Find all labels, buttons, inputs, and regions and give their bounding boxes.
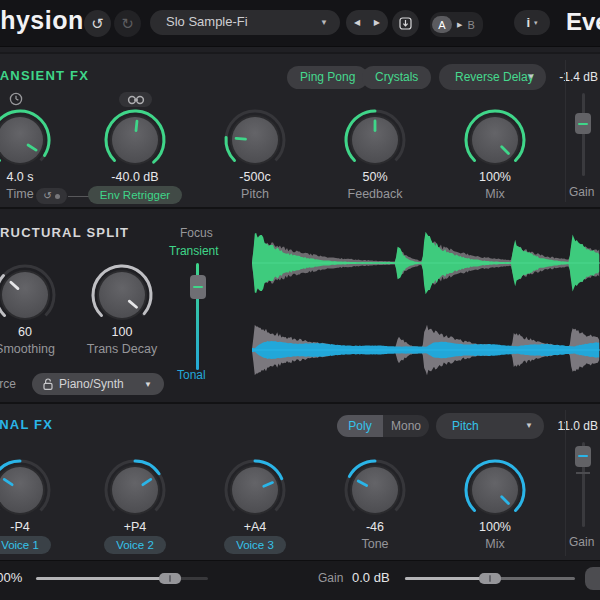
tonal-knob-voice-3[interactable]: +A4Voice 3 (195, 456, 315, 554)
title-bar: Physion ↺ ↻ Slo Sample-Fi ▼ ◀ ▶ A ▶ B (0, 0, 600, 47)
knob-dial (101, 456, 169, 524)
structural-knob-trans-decay[interactable]: 100Trans Decay (62, 261, 182, 356)
knob-label: Pitch (241, 187, 269, 201)
transient-gain-slider-track[interactable] (582, 93, 585, 176)
knob-dial (101, 106, 169, 174)
knob-label: Mix (485, 187, 504, 201)
tonal-knob-mix[interactable]: 100%Mix (435, 456, 555, 551)
transient-knob-time[interactable]: 4.0 sTime (0, 106, 80, 201)
tonal-badge-voice-1[interactable]: Voice 1 (0, 536, 51, 554)
transient-knob-mix[interactable]: 100%Mix (435, 106, 555, 201)
knob-label: Trans Decay (87, 342, 157, 356)
transient-knob-feedback[interactable]: 50%Feedback (315, 106, 435, 201)
tonal-badge-voice-3[interactable]: Voice 3 (224, 536, 286, 554)
source-label: Source (0, 377, 16, 391)
crystals-button[interactable]: Crystals (362, 66, 431, 89)
knob-value: 60 (18, 325, 32, 339)
ab-copy-icon[interactable]: ▶ (457, 21, 462, 29)
global-mix-slider-handle[interactable] (159, 573, 181, 584)
ab-slot-a-button[interactable]: A (432, 16, 452, 33)
source-dropdown[interactable]: Piano/Synth ▼ (32, 373, 164, 395)
tonal-gain-slider-zero-tick (576, 472, 590, 474)
chevron-down-icon: ▼ (525, 413, 533, 439)
transient-fx-title: TRANSIENT FX (0, 68, 89, 83)
ab-compare: A ▶ B (430, 12, 483, 37)
knob-value: 100% (479, 520, 511, 534)
focus-label: Focus (180, 226, 213, 240)
knob-value: 4.0 s (6, 170, 33, 184)
knob-dial (88, 261, 156, 329)
eventide-logo: Eventide (566, 8, 600, 36)
redo-button[interactable]: ↻ (114, 10, 141, 37)
focus-tonal-label: Tonal (177, 368, 206, 382)
tonal-badge-voice-2[interactable]: Voice 2 (104, 536, 166, 554)
undo-button[interactable]: ↺ (84, 10, 111, 37)
mono-button[interactable]: Mono (383, 415, 429, 437)
tonal-effect-dropdown[interactable]: Pitch ▼ (436, 413, 544, 439)
global-gain-slider-handle[interactable] (479, 573, 501, 584)
save-preset-button[interactable] (392, 10, 419, 37)
knob-dial (221, 106, 289, 174)
preset-selector[interactable]: Slo Sample-Fi ▼ (150, 10, 340, 35)
knob-value: +P4 (124, 520, 147, 534)
transient-badge-env-threshold[interactable]: Env Retrigger (88, 186, 182, 204)
tonal-gain-divider (565, 410, 566, 556)
global-gain-value: 0.0 dB (352, 570, 390, 585)
transient-gain-label: Gain (569, 185, 594, 199)
chevron-down-icon: ▼ (144, 380, 152, 389)
physion-logo: Physion (0, 6, 84, 35)
knob-dial (461, 456, 529, 524)
knob-dial (0, 106, 54, 174)
tonal-knob-voice-2[interactable]: +P4Voice 2 (75, 456, 195, 554)
knob-dial (0, 261, 59, 329)
knob-label: Time (6, 187, 33, 201)
transient-gain-divider (565, 60, 566, 202)
poly-button[interactable]: Poly (337, 415, 383, 437)
ping-pong-button[interactable]: Ping Pong (287, 66, 368, 89)
tonal-effect-value: Pitch (452, 413, 479, 439)
tonal-gain-value: 11.0 dB (548, 419, 598, 433)
info-icon: i (526, 15, 530, 30)
undo-icon: ↺ (91, 15, 104, 33)
source-value: Piano/Synth (59, 377, 124, 391)
prev-preset-button[interactable]: ◀ (354, 18, 360, 27)
transient-effect-dropdown[interactable]: Reverse Delay ▼ (439, 64, 546, 90)
knob-value: +A4 (244, 520, 267, 534)
focus-handle-mark (193, 286, 203, 288)
knob-dial (221, 456, 289, 524)
knob-label: Feedback (348, 187, 403, 201)
knob-dial (461, 106, 529, 174)
knob-value: -46 (366, 520, 384, 534)
ab-slot-b-button[interactable]: B (467, 19, 474, 31)
knob-dial (341, 456, 409, 524)
knob-value: 100 (112, 325, 133, 339)
knob-label: Tone (361, 537, 388, 551)
transient-knob-pitch[interactable]: -500cPitch (195, 106, 315, 201)
transient-knob-env-threshold[interactable]: -40.0 dBEnv Retrigger (75, 106, 195, 204)
global-mix-slider-handle-notch (169, 575, 171, 582)
lock-icon (43, 378, 53, 390)
poly-mono-toggle: Poly Mono (337, 415, 429, 437)
transient-gain-slider-handle-mark (578, 123, 588, 125)
tonal-knob-voice-1[interactable]: -P4Voice 1 (0, 456, 80, 554)
global-gain-slider-fill (405, 577, 490, 580)
info-button[interactable]: i ▾ (514, 10, 550, 35)
redo-icon: ↻ (121, 15, 134, 33)
corner-button[interactable] (585, 567, 600, 590)
global-gain-slider-handle-notch (489, 575, 491, 582)
info-caret-icon: ▾ (534, 19, 538, 27)
global-mix-slider-fill (36, 577, 170, 580)
tonal-gain-slider-handle-mark (578, 455, 588, 457)
link-icon (126, 95, 146, 105)
next-preset-button[interactable]: ▶ (374, 18, 380, 27)
tonal-knob-tone[interactable]: -46Tone (315, 456, 435, 551)
focus-slider-handle[interactable] (190, 275, 206, 299)
transient-effect-value: Reverse Delay (455, 64, 534, 90)
tonal-fx-title: TONAL FX (0, 417, 53, 432)
knob-value: 100% (479, 170, 511, 184)
link-toggle[interactable] (119, 92, 152, 107)
transient-gain-slider-handle[interactable] (575, 113, 591, 134)
tonal-gain-slider-handle[interactable] (575, 446, 591, 467)
knob-dial (0, 456, 54, 524)
knob-label: Smoothing (0, 342, 55, 356)
